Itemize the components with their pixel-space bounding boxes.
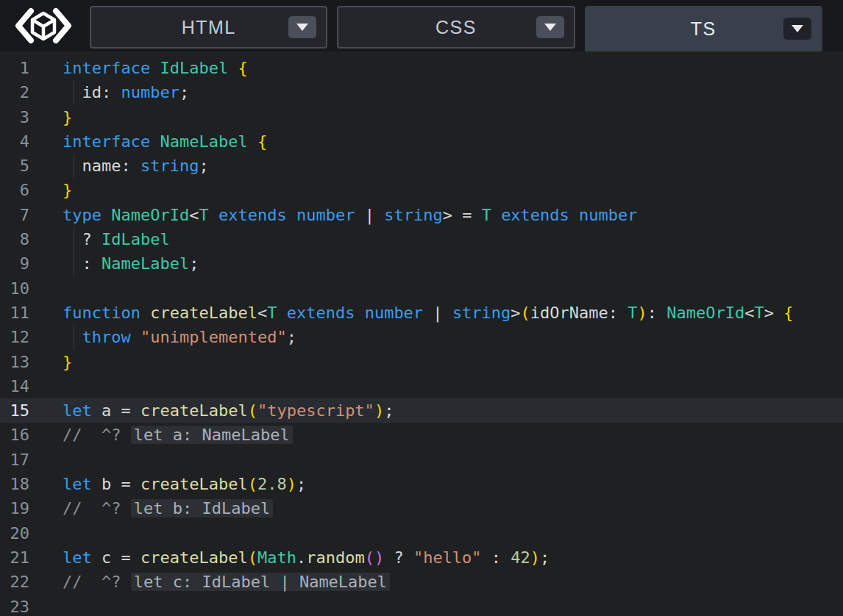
code-line[interactable]: 14: [0, 374, 843, 398]
line-number: 5: [0, 154, 29, 178]
line-number: 3: [0, 105, 29, 129]
twoslash-query-result: let b: IdLabel: [131, 499, 273, 517]
tab-dropdown-button[interactable]: [288, 16, 316, 38]
line-number: 22: [0, 570, 29, 594]
code-text: // ^? let c: IdLabel | NameLabel: [29, 570, 843, 594]
code-line[interactable]: 8 ? IdLabel: [0, 227, 843, 251]
line-number: 16: [0, 423, 29, 447]
code-text: let c = createLabel(Math.random() ? "hel…: [29, 545, 843, 570]
tab-label: CSS: [435, 17, 477, 38]
line-number: 20: [0, 521, 29, 545]
twoslash-query-result: let c: IdLabel | NameLabel: [131, 573, 390, 591]
code-line[interactable]: 12 throw "unimplemented";: [0, 325, 843, 349]
code-editor[interactable]: 1interface IdLabel {2 id: number;3}4inte…: [0, 51, 843, 616]
code-text: interface NameLabel {: [29, 129, 843, 154]
line-number: 14: [0, 374, 29, 398]
code-line[interactable]: 20: [0, 521, 843, 545]
line-number: 15: [0, 398, 29, 423]
code-text: ? IdLabel: [29, 227, 843, 251]
chevron-down-icon: [544, 24, 556, 31]
tab-dropdown-button[interactable]: [783, 18, 811, 40]
tab-bar: HTMLCSSTS: [86, 0, 843, 51]
chevron-down-icon: [792, 25, 803, 32]
code-text: name: string;: [29, 154, 843, 178]
code-line[interactable]: 23: [0, 595, 843, 616]
code-line[interactable]: 4interface NameLabel {: [0, 129, 843, 154]
tab-dropdown-button[interactable]: [536, 16, 564, 38]
code-text: interface IdLabel {: [29, 56, 843, 80]
tab-css[interactable]: CSS: [337, 6, 575, 49]
line-number: 19: [0, 496, 29, 520]
line-number: 8: [0, 227, 29, 251]
line-number: 18: [0, 472, 29, 496]
line-number: 17: [0, 448, 29, 472]
code-line[interactable]: 16// ^? let a: NameLabel: [0, 423, 843, 447]
code-text: }: [29, 105, 843, 129]
code-text: [29, 276, 843, 301]
line-number: 1: [0, 56, 29, 80]
line-number: 4: [0, 129, 29, 154]
code-line[interactable]: 9 : NameLabel;: [0, 251, 843, 276]
code-text: id: number;: [29, 80, 843, 104]
line-number: 11: [0, 301, 29, 325]
code-cube-icon: [14, 6, 73, 46]
code-text: function createLabel<T extends number | …: [29, 301, 843, 325]
line-number: 12: [0, 325, 29, 349]
code-text: // ^? let a: NameLabel: [29, 423, 843, 447]
chevron-down-icon: [296, 24, 308, 31]
code-line[interactable]: 1interface IdLabel {: [0, 56, 843, 80]
code-text: type NameOrId<T extends number | string>…: [29, 203, 843, 227]
code-text: [29, 521, 843, 545]
code-line[interactable]: 11function createLabel<T extends number …: [0, 301, 843, 325]
tab-label: TS: [691, 18, 716, 40]
code-text: let b = createLabel(2.8);: [29, 472, 843, 496]
code-line[interactable]: 7type NameOrId<T extends number | string…: [0, 203, 843, 227]
code-line[interactable]: 6}: [0, 178, 843, 202]
logo[interactable]: [0, 0, 86, 51]
code-text: : NameLabel;: [29, 251, 843, 276]
line-number: 13: [0, 350, 29, 374]
twoslash-query-result: let a: NameLabel: [131, 426, 293, 444]
code-line[interactable]: 19// ^? let b: IdLabel: [0, 496, 843, 520]
code-line[interactable]: 21let c = createLabel(Math.random() ? "h…: [0, 545, 843, 570]
code-line[interactable]: 3}: [0, 105, 843, 129]
line-number: 23: [0, 595, 29, 616]
code-text: // ^? let b: IdLabel: [29, 496, 843, 520]
code-text: }: [29, 178, 843, 202]
code-text: [29, 595, 843, 616]
line-number: 2: [0, 80, 29, 104]
line-number: 6: [0, 178, 29, 202]
code-text: [29, 374, 843, 398]
tab-ts[interactable]: TS: [585, 6, 822, 51]
tab-html[interactable]: HTML: [90, 6, 327, 49]
code-text: throw "unimplemented";: [29, 325, 843, 349]
header: HTMLCSSTS: [0, 0, 843, 51]
code-line[interactable]: 10: [0, 276, 843, 301]
code-line[interactable]: 5 name: string;: [0, 154, 843, 178]
line-number: 10: [0, 276, 29, 301]
line-number: 7: [0, 203, 29, 227]
code-line[interactable]: 2 id: number;: [0, 80, 843, 104]
code-line[interactable]: 22// ^? let c: IdLabel | NameLabel: [0, 570, 843, 594]
line-number: 21: [0, 545, 29, 570]
code-text: [29, 448, 843, 472]
tab-label: HTML: [182, 17, 236, 38]
code-line[interactable]: 13}: [0, 350, 843, 374]
code-line[interactable]: 15let a = createLabel("typescript");: [0, 398, 843, 423]
code-text: }: [29, 350, 843, 374]
code-line[interactable]: 17: [0, 448, 843, 472]
code-text: let a = createLabel("typescript");: [29, 398, 843, 423]
line-number: 9: [0, 251, 29, 276]
code-line[interactable]: 18let b = createLabel(2.8);: [0, 472, 843, 496]
